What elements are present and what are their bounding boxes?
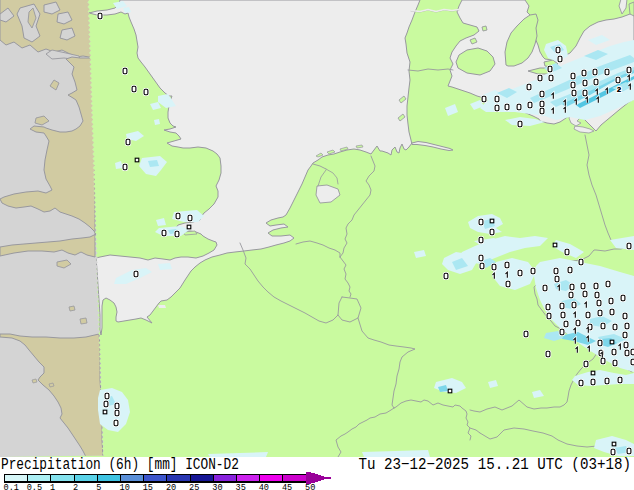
svg-text:10: 10 [120, 483, 130, 490]
svg-text:Precipitation (6h) [mm] ICON-D: Precipitation (6h) [mm] ICON-D2 [1, 456, 239, 474]
svg-text:0.1: 0.1 [4, 483, 19, 490]
svg-text:5: 5 [96, 483, 101, 490]
svg-text:25: 25 [189, 483, 199, 490]
svg-text:2: 2 [617, 86, 622, 94]
svg-text:0.5: 0.5 [27, 483, 42, 490]
svg-text:Tu 23−12−2025 15..21 UTC (03+1: Tu 23−12−2025 15..21 UTC (03+18) [358, 455, 631, 474]
svg-text:20: 20 [166, 483, 176, 490]
svg-text:50: 50 [305, 483, 315, 490]
svg-text:15: 15 [143, 483, 153, 490]
svg-text:35: 35 [236, 483, 246, 490]
svg-text:1: 1 [50, 483, 55, 490]
svg-text:45: 45 [282, 483, 292, 490]
svg-text:2: 2 [73, 483, 78, 490]
svg-text:40: 40 [259, 483, 269, 490]
svg-text:30: 30 [212, 483, 222, 490]
